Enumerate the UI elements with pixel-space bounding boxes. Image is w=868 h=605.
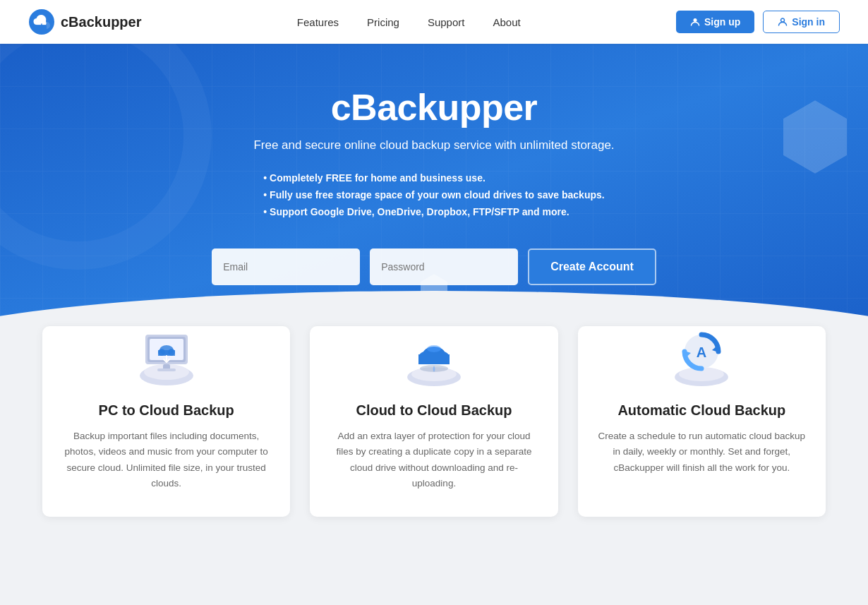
logo[interactable]: cBackupper: [28, 8, 142, 35]
hero-subtitle: Free and secure online cloud backup serv…: [28, 138, 840, 152]
feature-card-cloud-cloud: Cloud to Cloud Backup Add an extra layer…: [310, 326, 557, 517]
feature-desc-pc-cloud: Backup important files including documen…: [62, 429, 270, 491]
bullet-1: Completely FREE for home and business us…: [263, 172, 604, 184]
nav-support[interactable]: Support: [428, 16, 465, 28]
svg-rect-13: [158, 350, 175, 356]
nav-about[interactable]: About: [493, 16, 520, 28]
auto-cloud-icon: A: [656, 305, 747, 390]
logo-text: cBackupper: [61, 14, 142, 30]
hero-bullets: Completely FREE for home and business us…: [263, 172, 604, 223]
navbar: cBackupper Features Pricing Support Abou…: [0, 0, 868, 44]
person-icon: [690, 17, 700, 27]
nav-actions: Sign up Sign in: [676, 11, 840, 33]
hero-section: cBackupper Free and secure online cloud …: [0, 44, 868, 347]
pc-cloud-icon: [121, 305, 212, 390]
feature-title-pc-cloud: PC to Cloud Backup: [99, 402, 234, 419]
svg-rect-22: [418, 354, 450, 364]
signin-button[interactable]: Sign in: [763, 11, 840, 33]
feature-title-auto: Automatic Cloud Backup: [617, 402, 785, 419]
feature-card-pc-cloud: PC to Cloud Backup Backup important file…: [42, 326, 290, 517]
create-account-button[interactable]: Create Account: [528, 248, 656, 285]
feature-title-cloud-cloud: Cloud to Cloud Backup: [356, 402, 512, 419]
bullet-2: Fully use free storage space of your own…: [263, 189, 604, 200]
svg-point-1: [694, 18, 697, 22]
nav-pricing[interactable]: Pricing: [367, 16, 399, 28]
feature-desc-cloud-cloud: Add an extra layer of protection for you…: [330, 429, 538, 491]
feature-card-auto: A Automatic Cloud Backup Create a schedu…: [578, 326, 826, 517]
logo-icon: [28, 8, 55, 35]
nav-links: Features Pricing Support About: [297, 16, 521, 28]
feature-desc-auto: Create a schedule to run automatic cloud…: [598, 429, 806, 476]
svg-rect-16: [157, 369, 176, 371]
nav-features[interactable]: Features: [297, 16, 339, 28]
email-input[interactable]: [212, 248, 360, 285]
password-input[interactable]: [370, 248, 518, 285]
svg-text:A: A: [697, 345, 706, 360]
svg-point-2: [781, 18, 785, 22]
cloud-cloud-icon: [388, 305, 480, 390]
features-section: PC to Cloud Backup Backup important file…: [0, 326, 868, 559]
hero-title: cBackupper: [28, 86, 840, 128]
signin-person-icon: [778, 17, 788, 27]
signup-button[interactable]: Sign up: [676, 11, 754, 33]
bullet-3: Support Google Drive, OneDrive, Dropbox,…: [263, 206, 604, 217]
svg-point-23: [427, 345, 441, 352]
